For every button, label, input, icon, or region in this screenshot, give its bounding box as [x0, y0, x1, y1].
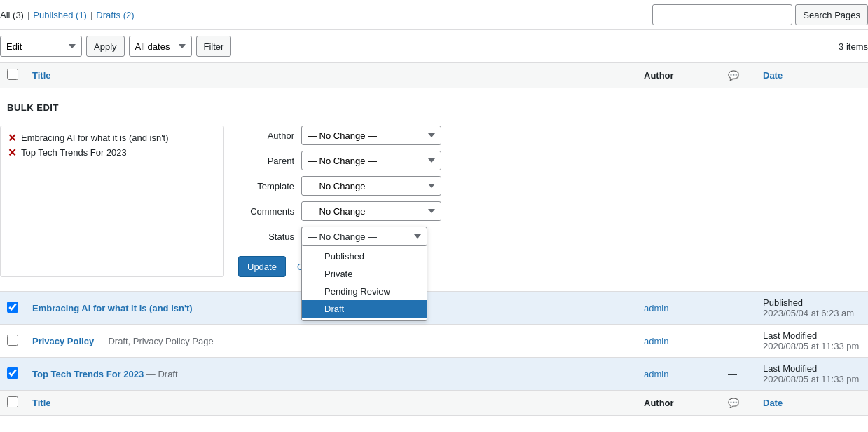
table-row: Top Tech Trends For 2023 — Draft admin —… [0, 358, 868, 391]
row-2-cb [0, 325, 25, 358]
bulk-field-template: Template — No Change — [238, 176, 868, 196]
template-field-label: Template [238, 181, 294, 191]
row-2-checkbox[interactable] [7, 335, 18, 346]
parent-select[interactable]: — No Change — [301, 151, 441, 170]
row-3-author: admin [637, 358, 721, 391]
remove-item-1-button[interactable]: ✕ [8, 133, 17, 143]
table-row: Embracing AI for what it is (and isn't) … [0, 292, 868, 325]
bulk-edit-label: BULK EDIT [0, 95, 868, 119]
filter-links: All (3) | Published (1) | Drafts (2) [0, 10, 135, 20]
action-row: Edit Move to Trash Apply All dates 2023/… [0, 30, 868, 63]
author-select[interactable]: — No Change — [301, 126, 441, 145]
pages-table: Title Author 💬 Date BULK EDIT [0, 63, 868, 416]
search-input[interactable] [652, 4, 792, 25]
comments-select[interactable]: — No Change — [301, 201, 441, 221]
select-all-checkbox[interactable] [7, 69, 18, 80]
list-item: ✕ Embracing AI for what it is (and isn't… [5, 130, 219, 145]
status-option-private[interactable]: Private [302, 265, 427, 283]
filter-link-all[interactable]: All (3) [0, 10, 24, 20]
row-1-checkbox[interactable] [7, 302, 18, 313]
filter-links-wrap: All (3) | Published (1) | Drafts (2) [0, 10, 135, 20]
bulk-field-comments: Comments — No Change — [238, 201, 868, 221]
template-select[interactable]: — No Change — [301, 176, 441, 196]
search-area: Search Pages [652, 4, 868, 25]
foot-col-title[interactable]: Title [25, 391, 637, 416]
status-dropdown-wrap: — No Change — ▼ ✓ — No Change — [301, 227, 427, 246]
row-1-date-value: 2023/05/04 at 6:23 am [763, 308, 861, 318]
row-3-cb [0, 358, 25, 391]
row-1-date: Published 2023/05/04 at 6:23 am [756, 292, 868, 325]
comment-bubble-icon-footer: 💬 [728, 398, 739, 408]
search-pages-button[interactable]: Search Pages [795, 4, 868, 25]
status-select-value: — No Change — [308, 231, 377, 242]
row-1-author-link[interactable]: admin [644, 303, 668, 313]
parent-field-label: Parent [238, 156, 294, 166]
table-row: Privacy Policy — Draft, Privacy Policy P… [0, 325, 868, 358]
row-2-title-link[interactable]: Privacy Policy [32, 336, 94, 346]
status-option-label-4: Pending Review [324, 286, 390, 297]
bulk-edit-pages-list: ✕ Embracing AI for what it is (and isn't… [0, 126, 224, 277]
bulk-field-parent: Parent — No Change — [238, 151, 868, 170]
bulk-edit-fields: Author — No Change — Parent — No C [238, 126, 868, 277]
filter-link-drafts[interactable]: Drafts (2) [96, 10, 134, 20]
row-3-date-value: 2020/08/05 at 11:33 pm [763, 374, 861, 384]
row-2-comments: — [721, 325, 756, 358]
status-select-trigger[interactable]: — No Change — ▼ [301, 227, 427, 246]
status-option-draft[interactable]: Draft [302, 300, 427, 318]
bulk-page-title-1: Embracing AI for what it is (and isn't) [21, 133, 169, 143]
row-3-date: Last Modified 2020/08/05 at 11:33 pm [756, 358, 868, 391]
row-3-title-cell: Top Tech Trends For 2023 — Draft [25, 358, 637, 391]
col-header-date[interactable]: Date [756, 63, 868, 88]
top-bar: All (3) | Published (1) | Drafts (2) Sea… [0, 0, 868, 30]
action-row-left: Edit Move to Trash Apply All dates 2023/… [0, 36, 231, 57]
status-option-label-3: Private [324, 269, 352, 279]
row-2-author: admin [637, 325, 721, 358]
chevron-down-icon: ▼ [414, 233, 421, 241]
list-item: ✕ Top Tech Trends For 2023 [5, 145, 219, 160]
col-header-comments: 💬 [721, 63, 756, 88]
comments-field-label: Comments [238, 206, 294, 217]
update-button[interactable]: Update [238, 256, 286, 277]
col-header-author: Author [637, 63, 721, 88]
row-3-title-link[interactable]: Top Tech Trends For 2023 [32, 369, 144, 379]
row-3-comments: — [721, 358, 756, 391]
status-option-pending[interactable]: Pending Review [302, 283, 427, 300]
author-field-label: Author [238, 130, 294, 141]
filter-sep-1: | [27, 10, 29, 20]
foot-col-date[interactable]: Date [756, 391, 868, 416]
footer-select-all-checkbox[interactable] [7, 396, 18, 407]
status-option-label-2: Published [324, 251, 364, 262]
bulk-edit-row: BULK EDIT ✕ Embracing AI for what it is … [0, 88, 868, 292]
bulk-action-select[interactable]: Edit Move to Trash [0, 36, 82, 57]
row-2-title-meta: — Draft, Privacy Policy Page [97, 336, 214, 346]
remove-item-2-button[interactable]: ✕ [8, 147, 17, 158]
items-count: 3 items [839, 41, 868, 52]
col-header-cb [0, 63, 25, 88]
row-1-cb [0, 292, 25, 325]
col-header-title[interactable]: Title [25, 63, 637, 88]
row-3-author-link[interactable]: admin [644, 369, 668, 379]
status-field-label: Status [238, 231, 294, 242]
row-1-title-link[interactable]: Embracing AI for what it is (and isn't) [32, 303, 193, 313]
bulk-field-author: Author — No Change — [238, 126, 868, 145]
bulk-page-title-2: Top Tech Trends For 2023 [21, 147, 127, 158]
date-filter-select[interactable]: All dates 2023/05 2020/08 [129, 36, 192, 57]
filter-button[interactable]: Filter [196, 36, 232, 57]
row-2-author-link[interactable]: admin [644, 336, 668, 346]
foot-col-comments: 💬 [721, 391, 756, 416]
row-2-date-label: Last Modified [763, 330, 861, 341]
row-2-title-cell: Privacy Policy — Draft, Privacy Policy P… [25, 325, 637, 358]
filter-sep-2: | [90, 10, 92, 20]
status-option-published[interactable]: Published [302, 248, 427, 265]
foot-col-author: Author [637, 391, 721, 416]
row-1-comments: — [721, 292, 756, 325]
filter-link-published[interactable]: Published (1) [33, 10, 87, 20]
row-3-checkbox[interactable] [7, 367, 18, 379]
row-2-date-value: 2020/08/05 at 11:33 pm [763, 341, 861, 351]
comment-bubble-icon: 💬 [728, 70, 739, 81]
row-2-date: Last Modified 2020/08/05 at 11:33 pm [756, 325, 868, 358]
row-3-date-label: Last Modified [763, 363, 861, 374]
row-1-date-label: Published [763, 297, 861, 308]
bulk-edit-inner: ✕ Embracing AI for what it is (and isn't… [0, 119, 868, 284]
apply-button[interactable]: Apply [86, 36, 125, 57]
